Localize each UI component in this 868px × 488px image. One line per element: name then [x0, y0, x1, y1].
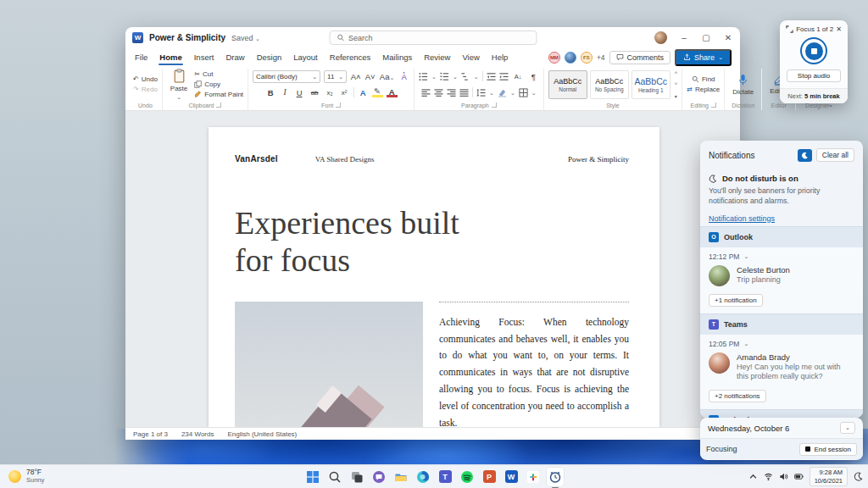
tab-layout[interactable]: Layout — [292, 51, 319, 64]
numbered-list-button[interactable] — [440, 72, 449, 81]
text-effects-button[interactable]: A — [358, 88, 369, 97]
tab-references[interactable]: References — [329, 51, 372, 64]
find-button[interactable]: Find — [692, 75, 715, 83]
word-taskbar-button[interactable]: W — [503, 468, 520, 486]
wifi-icon[interactable] — [764, 472, 773, 481]
expand-icon[interactable] — [786, 25, 793, 33]
tab-draw[interactable]: Draw — [225, 51, 245, 64]
format-painter-button[interactable]: Format Paint — [194, 91, 243, 98]
powerpoint-button[interactable]: P — [481, 468, 498, 486]
document-page[interactable]: VanArsdel VA Shared Designs Power & Simp… — [209, 127, 659, 427]
replace-button[interactable]: ⇄ Replace — [687, 86, 720, 93]
multilevel-list-button[interactable] — [461, 72, 470, 81]
collab-avatar-mm[interactable]: MM — [548, 52, 560, 64]
subscript-button[interactable]: x₂ — [325, 89, 336, 97]
change-case-button[interactable]: Aa⌄ — [379, 72, 395, 81]
undo-button[interactable]: ↶ Undo — [133, 75, 158, 83]
highlight-color-button[interactable]: ✎ — [372, 87, 383, 97]
dnd-toggle-button[interactable] — [798, 149, 812, 162]
dialog-launcher-icon[interactable] — [492, 103, 497, 108]
grow-font-button[interactable]: A˄ — [350, 72, 361, 81]
style-no-spacing[interactable]: AaBbCc No Spacing — [590, 70, 629, 99]
superscript-button[interactable]: x² — [339, 89, 350, 97]
share-button[interactable]: Share ⌄ — [675, 49, 732, 66]
language-indicator[interactable]: English (United States) — [227, 430, 297, 438]
clear-formatting-button[interactable]: A̽ — [398, 72, 409, 81]
bold-button[interactable]: B — [265, 88, 276, 97]
tab-view[interactable]: View — [461, 51, 480, 64]
maximize-button[interactable]: ▢ — [701, 33, 711, 42]
redo-button[interactable]: ↷ Redo — [133, 86, 158, 93]
tray-chevron-up-icon[interactable] — [748, 472, 758, 481]
sort-button[interactable]: A↓ — [512, 73, 525, 80]
slack-button[interactable] — [525, 468, 542, 486]
show-formatting-button[interactable]: ¶ — [528, 72, 539, 81]
document-paragraph[interactable]: Achieving Focus: When technology communi… — [439, 314, 629, 427]
shrink-font-button[interactable]: A˅ — [364, 72, 376, 81]
search-input[interactable]: Search — [329, 30, 537, 45]
taskbar-weather-widget[interactable]: 78°F Sunny — [8, 469, 44, 484]
italic-button[interactable]: I — [280, 88, 291, 97]
close-icon[interactable]: ✕ — [836, 25, 842, 33]
start-button[interactable] — [304, 468, 321, 486]
comments-button[interactable]: Comments — [609, 51, 671, 64]
more-notifications-chip[interactable]: +2 notifications — [709, 390, 766, 402]
increase-indent-button[interactable] — [499, 72, 509, 81]
stop-audio-button[interactable]: Stop audio — [787, 69, 841, 82]
paste-button[interactable]: Paste⌄ — [167, 69, 191, 100]
collab-avatar-photo[interactable] — [565, 52, 576, 64]
dnd-moon-icon[interactable] — [854, 472, 863, 481]
align-right-button[interactable] — [447, 88, 456, 97]
spotify-button[interactable] — [459, 468, 476, 486]
decrease-indent-button[interactable] — [487, 72, 496, 81]
dialog-launcher-icon[interactable] — [711, 103, 716, 108]
tab-home[interactable]: Home — [159, 51, 182, 64]
shading-button[interactable] — [498, 88, 507, 97]
styles-scroll-up-icon[interactable]: ˄ — [675, 70, 678, 75]
taskbar-clock[interactable]: 9:28 AM 10/6/2021 — [810, 467, 848, 486]
borders-button[interactable] — [519, 88, 528, 97]
collab-more-count[interactable]: +4 — [597, 53, 605, 62]
tab-help[interactable]: Help — [491, 51, 509, 64]
volume-icon[interactable] — [779, 472, 788, 481]
font-size-select[interactable]: 11⌄ — [324, 70, 347, 83]
more-notifications-chip[interactable]: +1 notification — [709, 294, 763, 307]
document-image[interactable] — [235, 302, 423, 427]
style-normal[interactable]: AaBbCc Normal — [548, 70, 587, 99]
chevron-down-icon[interactable]: ⌄ — [743, 253, 748, 259]
teams-button[interactable]: T — [437, 468, 453, 486]
align-center-button[interactable] — [434, 88, 443, 97]
file-explorer-button[interactable] — [392, 468, 409, 486]
dialog-launcher-icon[interactable] — [216, 103, 221, 108]
notification-group-outlook[interactable]: O Outlook — [700, 226, 863, 247]
minimize-button[interactable]: – — [679, 33, 689, 42]
notification-settings-link[interactable]: Notification settings — [709, 214, 775, 223]
notification-card-outlook[interactable]: 12:12 PM ⌄ Celeste Burton Trip planning … — [700, 247, 863, 313]
taskbar-search-button[interactable] — [326, 468, 343, 486]
line-spacing-button[interactable] — [476, 88, 486, 97]
notification-card-teams[interactable]: 12:05 PM ⌄ Amanda Brady Hey! Can you hel… — [700, 335, 863, 409]
task-view-button[interactable] — [348, 468, 365, 486]
user-avatar[interactable] — [654, 31, 667, 44]
edge-button[interactable] — [415, 468, 431, 486]
collab-avatar-fs[interactable]: FS — [581, 52, 593, 64]
tab-review[interactable]: Review — [423, 51, 451, 64]
close-button[interactable]: ✕ — [723, 33, 733, 42]
font-color-button[interactable]: A — [387, 87, 398, 97]
cut-button[interactable]: ✂ Cut — [194, 70, 243, 78]
tab-design[interactable]: Design — [256, 51, 283, 64]
bullet-list-button[interactable] — [419, 72, 428, 81]
align-left-button[interactable] — [421, 88, 431, 97]
tab-insert[interactable]: Insert — [193, 51, 215, 64]
autosave-status[interactable]: Saved ⌄ — [231, 34, 260, 42]
styles-more-icon[interactable]: ▾ — [675, 93, 678, 99]
underline-button[interactable]: U — [294, 88, 305, 97]
stop-button[interactable] — [805, 42, 823, 60]
tab-mailings[interactable]: Mailings — [381, 51, 413, 64]
tab-file[interactable]: File — [134, 51, 148, 64]
document-heading[interactable]: Experiences built for focus — [235, 204, 489, 280]
clear-all-button[interactable]: Clear all — [816, 148, 854, 162]
clock-app-button[interactable] — [547, 468, 564, 486]
dictate-button[interactable]: Dictate — [729, 74, 757, 96]
style-heading-1[interactable]: AaBbCc Heading 1 — [632, 70, 670, 99]
